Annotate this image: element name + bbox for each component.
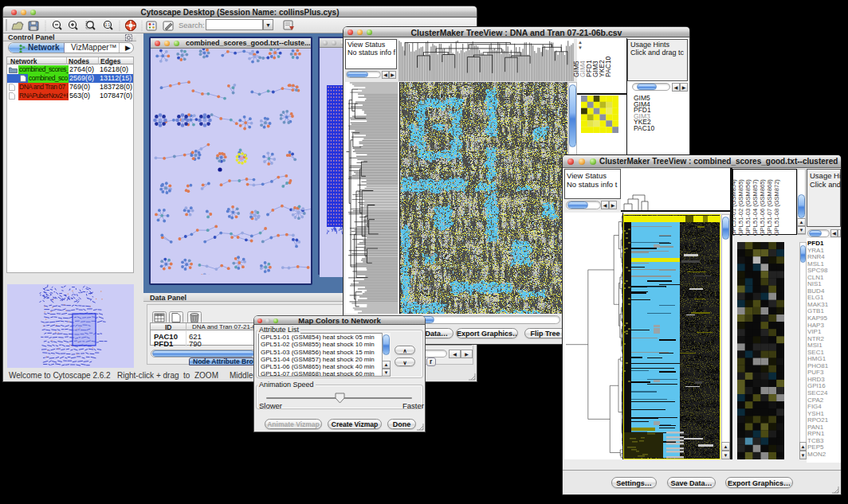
svg-text:1:1: 1:1: [105, 23, 111, 27]
